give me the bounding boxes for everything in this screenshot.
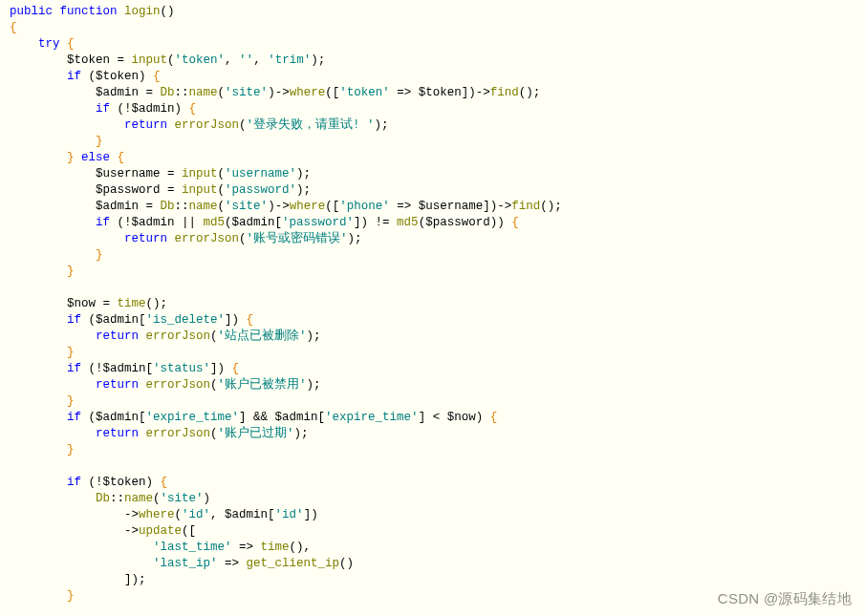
code-token: = [167, 167, 182, 181]
code-token: Db [161, 200, 175, 213]
code-token: ] < $now) [419, 411, 490, 424]
code-token: (), [290, 541, 312, 554]
code-token: return [96, 378, 146, 392]
code-line: Db::name('site') [10, 491, 863, 507]
code-token: (); [540, 200, 562, 213]
code-token: if [67, 70, 89, 83]
code-token: ); [307, 329, 321, 343]
code-line: ->where('id', $admin['id']) [10, 507, 863, 523]
code-token: ]) [210, 362, 232, 375]
code-line: 'last_ip' => get_client_ip() [10, 556, 863, 572]
code-line: } [10, 345, 863, 361]
code-token: 'site' [161, 492, 204, 505]
code-token: $admin [96, 86, 146, 99]
code-line: return errorJson('账户已被禁用'); [10, 377, 863, 393]
code-token: ( [218, 183, 226, 197]
code-token: )-> [268, 200, 290, 213]
code-token: return [96, 329, 146, 343]
code-token: ) [204, 492, 211, 505]
code-token: $password [96, 183, 167, 197]
code-token: ); [296, 167, 311, 181]
code-token: { [511, 216, 519, 229]
code-token: { [118, 151, 125, 164]
code-line: { [10, 20, 863, 36]
code-token: ( [210, 378, 218, 392]
code-token: public [10, 5, 60, 18]
code-token: = [167, 183, 182, 197]
code-token: } [67, 346, 75, 359]
code-token: -> [124, 524, 139, 538]
code-line: } [10, 134, 863, 150]
code-token: 'id' [275, 508, 304, 521]
code-token: return [124, 232, 175, 245]
code-token: ); [307, 378, 321, 392]
code-token: ); [375, 118, 389, 132]
code-token: Db [96, 492, 110, 505]
code-token: } [67, 443, 75, 457]
code-token: if [96, 102, 118, 116]
code-token: 'is_delete' [146, 313, 226, 327]
code-token: ( [218, 167, 226, 181]
code-token: { [153, 70, 161, 83]
code-token: { [161, 476, 168, 489]
code-token: => [218, 557, 247, 570]
code-token: ( [153, 492, 161, 505]
code-line: if (!$admin) { [10, 101, 863, 117]
code-token: 'phone' [339, 200, 390, 213]
code-token: $token [67, 53, 118, 67]
code-token: name [124, 492, 153, 505]
code-token: where [290, 200, 326, 213]
code-token: ([ [182, 524, 196, 538]
code-token: ]) [225, 313, 247, 327]
code-token: '登录失败，请重试! ' [247, 118, 375, 132]
code-line: public function login() [10, 4, 863, 20]
code-token: :: [175, 86, 189, 99]
code-token: ( [210, 427, 218, 440]
code-line: } [10, 442, 863, 458]
code-token: => $token])-> [390, 86, 490, 99]
code-token: errorJson [175, 118, 240, 132]
code-token: return [124, 118, 175, 132]
code-token: } [67, 589, 75, 603]
code-token: login [124, 5, 161, 18]
code-token: '站点已被删除' [218, 329, 307, 343]
code-token: { [10, 21, 17, 34]
code-token: 'password' [282, 216, 354, 229]
code-token [10, 281, 17, 294]
code-token: $username [96, 167, 167, 181]
code-line: ]); [10, 572, 863, 588]
code-token: return [96, 427, 146, 440]
code-token: if [96, 216, 118, 229]
code-line: return errorJson('站点已被删除'); [10, 329, 863, 345]
code-token: else [81, 151, 118, 164]
code-token: try [38, 37, 67, 51]
code-token: 'trim' [268, 53, 311, 67]
code-token: name [189, 86, 218, 99]
code-token: (!$token) [89, 476, 161, 489]
code-line: ->update([ [10, 523, 863, 540]
code-token: ( [218, 200, 226, 213]
code-token: , [225, 53, 239, 67]
code-token: find [490, 86, 519, 99]
code-line: $admin = Db::name('site')->where(['phone… [10, 199, 863, 215]
code-line: } else { [10, 150, 863, 166]
code-token: 'password' [225, 183, 296, 197]
code-token: { [247, 313, 254, 327]
code-token: ] && $admin[ [239, 411, 325, 424]
code-line: $now = time(); [10, 296, 863, 312]
code-token: if [67, 411, 89, 424]
code-token: } [67, 394, 75, 408]
code-token: name [189, 200, 218, 213]
code-token: ([ [325, 200, 339, 213]
code-token: input [132, 53, 168, 67]
code-token: } [67, 151, 81, 164]
code-token: errorJson [146, 378, 211, 392]
code-token: = [146, 86, 161, 99]
code-token: ]) != [354, 216, 397, 229]
code-token: => [232, 541, 261, 554]
code-line: 'last_time' => time(), [10, 540, 863, 556]
code-token: ($token) [89, 70, 154, 83]
code-line: } [10, 393, 863, 410]
code-token: (); [519, 86, 541, 99]
code-block: public function login(){ try { $token = … [0, 0, 865, 608]
